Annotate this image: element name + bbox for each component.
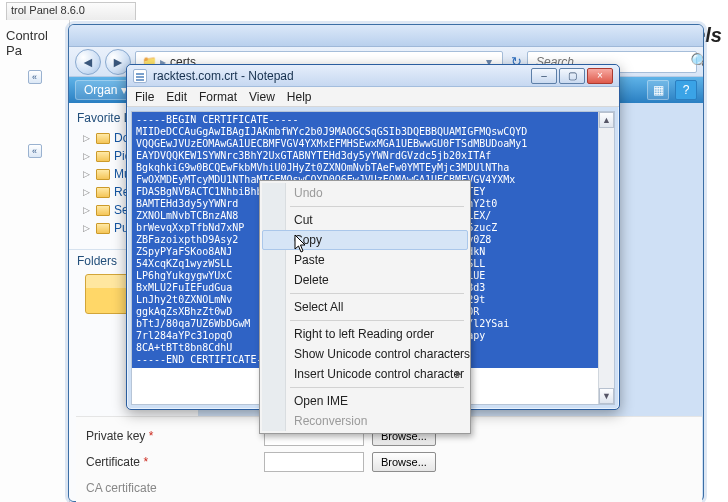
context-menu-separator: [290, 387, 464, 388]
collapse-icon[interactable]: «: [28, 70, 42, 84]
notepad-icon: [133, 69, 147, 83]
expander-icon[interactable]: ▷: [83, 133, 92, 143]
scroll-up-icon[interactable]: ▲: [599, 112, 614, 128]
context-menu-item[interactable]: Show Unicode control characters: [262, 344, 468, 364]
background-control-panel-label: Control Pa: [0, 20, 69, 66]
required-mark: *: [149, 429, 154, 443]
notepad-menubar: File Edit Format View Help: [127, 87, 619, 107]
background-tab-label: trol Panel 8.6.0: [11, 4, 85, 16]
folder-icon: [96, 133, 110, 144]
close-button[interactable]: ×: [587, 68, 613, 84]
menu-view[interactable]: View: [249, 90, 275, 104]
context-menu: UndoCutCopyPasteDeleteSelect AllRight to…: [259, 180, 471, 434]
folder-icon: [96, 187, 110, 198]
folder-icon: [96, 223, 110, 234]
required-mark: *: [143, 455, 148, 469]
scrollbar[interactable]: ▲ ▼: [598, 112, 614, 404]
folder-icon: [96, 169, 110, 180]
notepad-title: racktest.com.crt - Notepad: [153, 69, 525, 83]
menu-file[interactable]: File: [135, 90, 154, 104]
context-menu-item[interactable]: Insert Unicode control character: [262, 364, 468, 384]
organize-label: Organ: [84, 83, 117, 97]
context-menu-item[interactable]: Cut: [262, 210, 468, 230]
context-menu-item: Undo: [262, 183, 468, 203]
context-menu-item[interactable]: Delete: [262, 270, 468, 290]
expander-icon[interactable]: ▷: [83, 223, 92, 233]
explorer-titlebar[interactable]: [69, 25, 703, 47]
private-key-label: Private key *: [86, 429, 256, 443]
expander-icon[interactable]: ▷: [83, 205, 92, 215]
context-menu-item[interactable]: Right to left Reading order: [262, 324, 468, 344]
context-menu-separator: [290, 320, 464, 321]
folder-icon: [96, 205, 110, 216]
views-button[interactable]: ▦: [647, 80, 669, 100]
background-tab: trol Panel 8.6.0: [6, 2, 136, 20]
screenshot-root: trol Panel 8.6.0 Control Pa « « – ▢ × ||…: [0, 0, 728, 502]
help-button[interactable]: ?: [675, 80, 697, 100]
context-menu-item[interactable]: Select All: [262, 297, 468, 317]
minimize-button[interactable]: –: [531, 68, 557, 84]
menu-format[interactable]: Format: [199, 90, 237, 104]
expander-icon[interactable]: ▷: [83, 169, 92, 179]
certificate-label: Certificate *: [86, 455, 256, 469]
certificate-browse-button[interactable]: Browse...: [372, 452, 436, 472]
collapse-icon-2[interactable]: «: [28, 144, 42, 158]
context-menu-item[interactable]: Copy: [262, 230, 468, 250]
menu-edit[interactable]: Edit: [166, 90, 187, 104]
certificate-file-input[interactable]: [264, 452, 364, 472]
background-control-panel-side: Control Pa « «: [0, 20, 70, 502]
notepad-titlebar[interactable]: racktest.com.crt - Notepad – ▢ ×: [127, 65, 619, 87]
ca-certificate-label: CA certificate: [86, 481, 256, 495]
back-button[interactable]: ◄: [75, 49, 101, 75]
menu-help[interactable]: Help: [287, 90, 312, 104]
maximize-button[interactable]: ▢: [559, 68, 585, 84]
context-menu-separator: [290, 206, 464, 207]
scroll-down-icon[interactable]: ▼: [599, 388, 614, 404]
context-menu-item[interactable]: Paste: [262, 250, 468, 270]
context-menu-item: Reconversion: [262, 411, 468, 431]
expander-icon[interactable]: ▷: [83, 151, 92, 161]
context-menu-item[interactable]: Open IME: [262, 391, 468, 411]
expander-icon[interactable]: ▷: [83, 187, 92, 197]
search-icon: 🔍: [693, 55, 704, 69]
notepad-window-controls: – ▢ ×: [531, 68, 613, 84]
folder-icon: [96, 151, 110, 162]
context-menu-separator: [290, 293, 464, 294]
